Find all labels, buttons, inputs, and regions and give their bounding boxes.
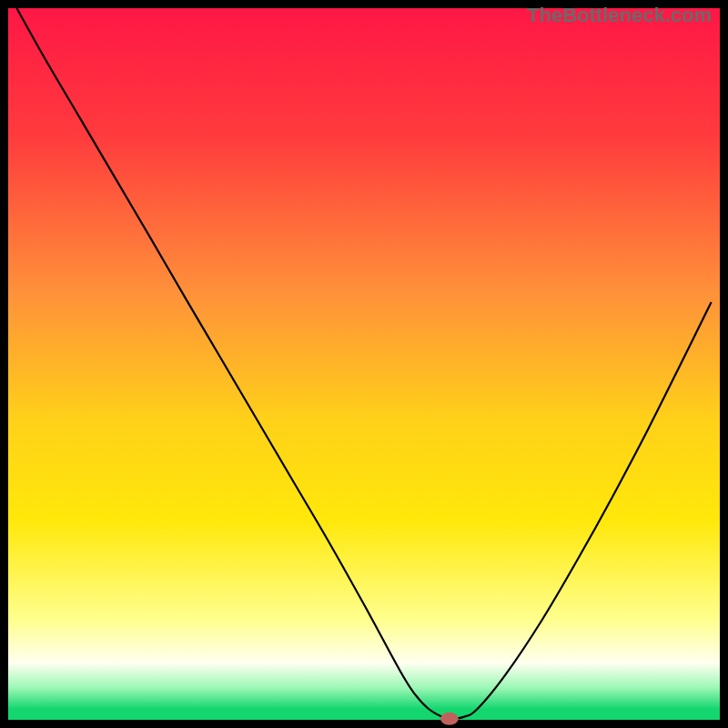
chart-svg [0,0,728,728]
bottleneck-chart: TheBottleneck.com [0,0,728,728]
chart-plot-background [8,8,720,720]
optimum-marker [440,713,459,725]
watermark-text: TheBottleneck.com [527,4,712,27]
